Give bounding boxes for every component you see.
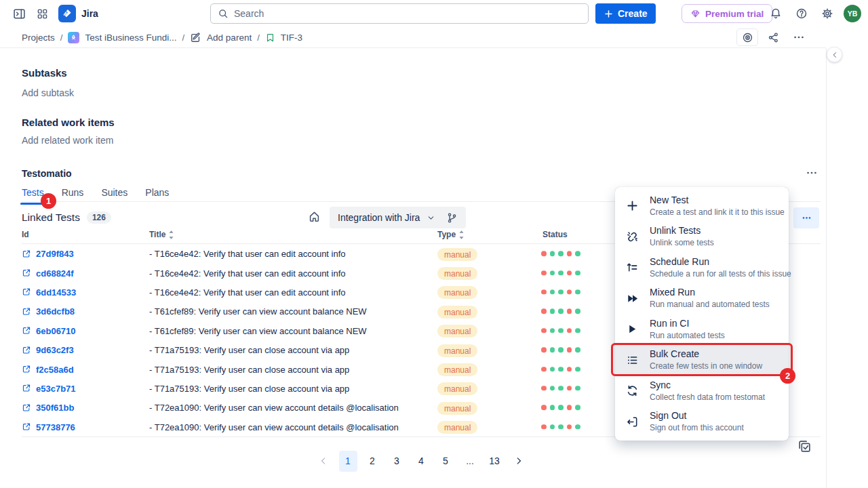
external-link-icon (22, 268, 31, 278)
pagination-page-1[interactable]: 1 (339, 451, 357, 472)
test-id-link[interactable]: 57738776 (22, 422, 75, 432)
test-id-link[interactable]: f2c58a6d (22, 364, 74, 374)
jira-logo[interactable] (58, 5, 76, 22)
share-icon (768, 32, 779, 43)
home-button[interactable] (308, 210, 321, 223)
column-header-type[interactable]: Type (437, 230, 465, 239)
search-input[interactable] (234, 8, 581, 19)
add-subtask-button[interactable]: Add subtask (22, 87, 74, 98)
sidebar-toggle-button[interactable] (9, 4, 28, 23)
pagination-page-2[interactable]: 2 (363, 451, 382, 472)
bell-icon (770, 7, 782, 20)
pagination-page-3[interactable]: 3 (388, 451, 406, 472)
add-parent-button[interactable]: Add parent (190, 32, 252, 43)
breadcrumb-issue[interactable]: TIF-3 (265, 33, 302, 43)
passed-status-dot (558, 289, 564, 295)
plus-icon (604, 9, 614, 19)
pagination-page-13[interactable]: 13 (486, 451, 504, 472)
app-name: Jira (81, 8, 98, 19)
failed-status-dot (541, 251, 547, 256)
test-type-cell: manual (437, 363, 477, 375)
menu-item-unlink-tests[interactable]: Unlink TestsUnlink some tests (615, 222, 789, 253)
breadcrumb-project-label: Test iBusiness Fundi... (85, 33, 176, 43)
test-id-link[interactable]: 27d9f843 (22, 249, 74, 259)
external-link-icon (22, 365, 31, 374)
breadcrumb-separator: / (60, 33, 63, 43)
test-id-link[interactable]: 350f61bb (22, 403, 74, 413)
app-switcher-button[interactable] (33, 4, 52, 23)
test-id-link[interactable]: 9d63c2f3 (22, 345, 74, 355)
test-id-link[interactable]: cd68824f (22, 268, 74, 278)
breadcrumb-projects[interactable]: Projects (22, 33, 55, 43)
menu-item-title: Run in CI (650, 318, 725, 329)
type-badge: manual (437, 344, 477, 357)
menu-item-schedule-run[interactable]: Schedule RunSchedule a run for all tests… (615, 252, 789, 283)
type-badge: manual (437, 286, 477, 299)
test-id-text: 9d63c2f3 (36, 345, 74, 355)
menu-item-bulk-create[interactable]: Bulk CreateCreate few tests in one windo… (615, 345, 789, 376)
breadcrumb-project[interactable]: Test iBusiness Fundi... (68, 32, 176, 43)
menu-item-sign-out[interactable]: Sign OutSign out from this account (615, 407, 789, 438)
watch-button[interactable] (736, 28, 758, 46)
test-id-link[interactable]: 6dd14533 (22, 287, 76, 297)
collapse-panel-button[interactable] (827, 47, 842, 62)
notifications-button[interactable] (766, 4, 785, 23)
menu-item-title: Sync (650, 380, 765, 391)
linked-tests-label: Linked Tests (22, 211, 80, 224)
create-button-label: Create (618, 8, 648, 19)
play-icon (625, 323, 639, 336)
share-button[interactable] (762, 28, 784, 46)
linked-tests-more-button[interactable] (793, 207, 819, 228)
test-title: - T71a75193: Verify user can close accou… (149, 383, 349, 393)
type-badge: manual (437, 306, 477, 319)
settings-button[interactable] (818, 4, 837, 23)
failed-status-dot (541, 309, 547, 314)
failed-status-dot (567, 347, 572, 352)
pagination-page-5[interactable]: 5 (437, 451, 455, 472)
status-dots (541, 270, 580, 276)
failed-status-dot (567, 386, 572, 391)
menu-item-text: Sign OutSign out from this account (650, 410, 744, 433)
bulk-select-icon[interactable] (797, 439, 812, 453)
sign-out-icon (625, 415, 639, 428)
test-id-link[interactable]: 3d6dcfb8 (22, 306, 75, 317)
failed-status-dot (541, 270, 547, 276)
create-button[interactable]: Create (595, 3, 656, 24)
pagination-page-4[interactable]: 4 (412, 451, 431, 472)
external-link-icon (22, 249, 31, 258)
add-related-work-item-button[interactable]: Add related work item (22, 135, 113, 146)
linked-tests-title: Linked Tests 126 (22, 211, 111, 224)
sidebar-toggle-icon (13, 7, 26, 20)
menu-item-text: SyncCollect fresh data from testomat (650, 380, 765, 403)
top-navigation-bar: Jira Create Premium trial YB (0, 0, 868, 27)
test-id-link[interactable]: e53c7b71 (22, 383, 76, 393)
project-selector[interactable]: Integration with Jira (330, 207, 466, 228)
passed-status-dot (550, 424, 555, 430)
user-avatar[interactable]: YB (844, 5, 861, 22)
menu-item-new-test[interactable]: New TestCreate a test and link it it to … (615, 190, 789, 222)
test-id-text: cd68824f (36, 268, 74, 278)
add-parent-label: Add parent (207, 33, 252, 43)
ellipsis-icon (802, 213, 812, 223)
pagination-prev-button[interactable] (315, 451, 333, 472)
passed-status-dot (550, 386, 555, 391)
passed-status-dot (558, 347, 564, 352)
branch-icon[interactable] (446, 212, 458, 224)
column-header-title[interactable]: Title (149, 230, 174, 239)
test-type-cell: manual (437, 305, 477, 317)
menu-item-mixed-run[interactable]: Mixed RunRun manual and automated tests (615, 283, 789, 314)
pagination-next-button[interactable] (510, 451, 528, 472)
test-title: - T71a75193: Verify user can close accou… (149, 345, 349, 355)
test-id-link[interactable]: 6eb06710 (22, 325, 76, 336)
testomatio-more-button[interactable] (806, 167, 818, 179)
column-header-id[interactable]: Id (22, 230, 29, 239)
issue-more-actions-button[interactable] (788, 28, 810, 46)
premium-trial-button[interactable]: Premium trial (682, 4, 772, 23)
failed-status-dot (541, 328, 547, 333)
gear-icon (821, 7, 833, 20)
global-search[interactable] (210, 3, 589, 24)
help-button[interactable] (792, 4, 811, 23)
column-header-status: Status (542, 230, 568, 239)
menu-item-run-in-ci[interactable]: Run in CIRun automated tests (615, 314, 789, 345)
menu-item-sync[interactable]: SyncCollect fresh data from testomat (615, 375, 789, 407)
